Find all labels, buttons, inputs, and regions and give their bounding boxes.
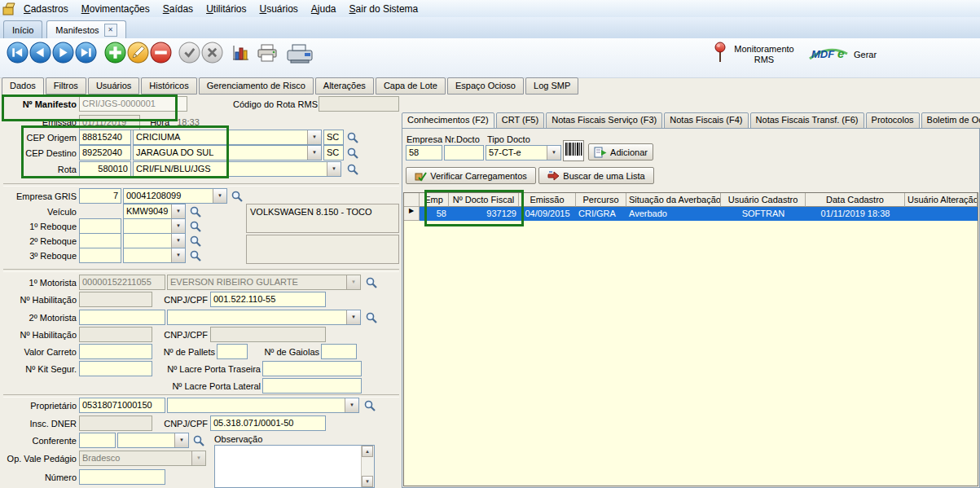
- add-record-button[interactable]: [104, 42, 126, 64]
- chevron-down-icon[interactable]: ▼: [213, 189, 226, 203]
- col-usuario-cadastro[interactable]: Usuário Cadastro: [721, 193, 806, 207]
- col-docto-fiscal[interactable]: Nº Docto Fiscal: [449, 193, 519, 207]
- tab-alteracoes[interactable]: Alterações: [315, 77, 374, 95]
- lacre-lateral-field[interactable]: [262, 378, 362, 393]
- menu-movimentacoes[interactable]: Movimentações: [75, 2, 156, 16]
- motorista2-combo[interactable]: ▼: [167, 310, 361, 325]
- proprietario-search-button[interactable]: [363, 398, 377, 413]
- cep-origem-search-button[interactable]: [345, 130, 360, 145]
- tab-historicos[interactable]: Históricos: [141, 77, 196, 95]
- cep-destino-uf-field[interactable]: SC: [323, 145, 344, 160]
- tab-filtros[interactable]: Filtros: [46, 77, 86, 95]
- nav-prev-button[interactable]: [29, 42, 51, 64]
- tab-capa-lote[interactable]: Capa de Lote: [376, 77, 446, 95]
- rota-codigo-field[interactable]: 580010: [79, 161, 131, 177]
- tab-inicio[interactable]: Início: [3, 20, 42, 38]
- reboque3-field[interactable]: [79, 248, 121, 263]
- barcode-button[interactable]: [563, 140, 584, 163]
- buscar-lista-button[interactable]: Buscar de uma Lista: [538, 167, 654, 184]
- rota-search-button[interactable]: [345, 162, 360, 177]
- menu-cadastros[interactable]: Cadastros: [17, 2, 75, 16]
- monitoramento-rms-label[interactable]: Monitoramento RMS: [729, 44, 799, 65]
- proprietario-combo[interactable]: ▼: [167, 398, 359, 413]
- grid-row-selected[interactable]: ▶ 58 937129 04/09/2015 CRI/GRA Averbado …: [404, 207, 978, 221]
- print-preview-button[interactable]: [286, 42, 314, 66]
- chevron-down-icon[interactable]: ▼: [346, 310, 360, 324]
- veiculo-combo[interactable]: KMW9049▼: [123, 204, 186, 219]
- menu-ajuda[interactable]: Ajuda: [305, 2, 343, 16]
- nav-first-button[interactable]: [7, 42, 29, 64]
- tab-espaco-ocioso[interactable]: Espaço Ocioso: [447, 77, 524, 95]
- adicionar-button[interactable]: Adicionar: [588, 143, 653, 160]
- chevron-down-icon[interactable]: ▼: [307, 146, 321, 160]
- close-tab-icon[interactable]: ✕: [104, 24, 117, 37]
- rota-combo[interactable]: CRI/FLN/BLU/JGS▼: [133, 161, 341, 177]
- observacao-scrollbar[interactable]: ▲ ▼: [361, 446, 374, 487]
- verificar-carregamentos-button[interactable]: Verificar Carregamentos: [406, 167, 536, 184]
- tab-manifestos[interactable]: Manifestos ✕: [46, 20, 125, 38]
- chevron-down-icon[interactable]: ▼: [171, 219, 185, 233]
- col-usuario-alteracao[interactable]: Usuário Alteração: [905, 193, 978, 207]
- kit-segur-field[interactable]: [79, 361, 152, 376]
- delete-record-button[interactable]: [150, 42, 172, 64]
- chevron-down-icon[interactable]: ▼: [327, 162, 341, 176]
- motorista1-cpf-field[interactable]: 001.522.110-55: [210, 292, 326, 307]
- cep-destino-city-combo[interactable]: JARAGUA DO SUL▼: [133, 145, 322, 160]
- reboque2-field[interactable]: [79, 233, 121, 248]
- reboque2-combo[interactable]: ▼: [123, 233, 186, 248]
- menu-saidas[interactable]: Saídas: [156, 2, 200, 16]
- col-situacao-averbacao[interactable]: Situação da Averbação: [626, 193, 721, 207]
- gerar-mdfe-button[interactable]: MDF e: [808, 41, 849, 67]
- chevron-down-icon[interactable]: ▼: [307, 130, 321, 144]
- empresa-field[interactable]: 58: [406, 145, 442, 160]
- cep-origem-uf-field[interactable]: SC: [323, 130, 344, 145]
- nr-docto-field[interactable]: [444, 145, 484, 160]
- chevron-down-icon[interactable]: ▼: [547, 146, 560, 160]
- empresa-gris-search-button[interactable]: [230, 189, 244, 204]
- menu-utilitarios[interactable]: Utilitários: [200, 2, 253, 16]
- edit-record-button[interactable]: [127, 42, 149, 64]
- pallets-field[interactable]: [217, 344, 248, 359]
- tipo-docto-combo[interactable]: 57-CT-e▼: [486, 145, 561, 160]
- proprietario-codigo-field[interactable]: 05318071000150: [79, 398, 165, 413]
- tab-nf-servico[interactable]: Notas Fiscais Serviço (F3): [546, 112, 662, 128]
- conferente-codigo-field[interactable]: [79, 433, 116, 448]
- reboque1-combo[interactable]: ▼: [123, 218, 186, 234]
- col-emp[interactable]: Emp: [420, 193, 449, 207]
- tab-conhecimentos[interactable]: Conhecimentos (F2): [402, 112, 494, 128]
- chevron-down-icon[interactable]: ▼: [171, 204, 185, 218]
- motorista1-search-button[interactable]: [364, 275, 379, 290]
- reboque3-combo[interactable]: ▼: [123, 248, 186, 263]
- reboque3-search-button[interactable]: [188, 248, 203, 263]
- empresa-gris-codigo-field[interactable]: 7: [79, 188, 121, 204]
- cep-destino-field[interactable]: 89252040: [79, 145, 131, 160]
- col-percurso[interactable]: Percurso: [576, 193, 626, 207]
- col-emissao[interactable]: Emissão: [519, 193, 576, 207]
- chevron-down-icon[interactable]: ▼: [345, 398, 358, 412]
- tab-log-smp[interactable]: Log SMP: [525, 77, 578, 95]
- tab-protocolos[interactable]: Protocolos: [866, 112, 920, 128]
- scroll-down-icon[interactable]: ▼: [362, 476, 373, 487]
- reboque2-search-button[interactable]: [188, 234, 203, 248]
- chart-button[interactable]: [231, 43, 250, 64]
- cep-origem-city-combo[interactable]: CRICIUMA▼: [133, 130, 322, 145]
- conferente-search-button[interactable]: [191, 433, 206, 448]
- gaiolas-field[interactable]: [321, 344, 357, 359]
- chevron-down-icon[interactable]: ▼: [171, 234, 185, 248]
- tab-notas-fiscais[interactable]: Notas Fiscais (F4): [664, 112, 748, 128]
- reboque1-field[interactable]: [79, 218, 121, 234]
- tab-usuarios[interactable]: Usuários: [88, 77, 139, 95]
- chevron-down-icon[interactable]: ▼: [174, 433, 188, 447]
- numero-field[interactable]: [79, 469, 165, 485]
- tab-gerenciamento-risco[interactable]: Gerenciamento de Risco: [199, 77, 314, 95]
- nav-last-button[interactable]: [75, 42, 97, 64]
- valor-carreto-field[interactable]: [79, 344, 152, 359]
- tab-nf-transf[interactable]: Notas Fiscais Transf. (F6): [750, 112, 864, 128]
- cep-origem-field[interactable]: 88815240: [79, 130, 131, 145]
- empresa-gris-combo[interactable]: 00041208099▼: [123, 188, 227, 204]
- menu-sair[interactable]: Sair do Sistema: [343, 2, 425, 16]
- lacre-traseira-field[interactable]: [262, 361, 362, 376]
- observacao-textarea[interactable]: ▲ ▼: [214, 445, 375, 488]
- tab-crt[interactable]: CRT (F5): [496, 112, 544, 128]
- col-data-cadastro[interactable]: Data Cadastro: [806, 193, 905, 207]
